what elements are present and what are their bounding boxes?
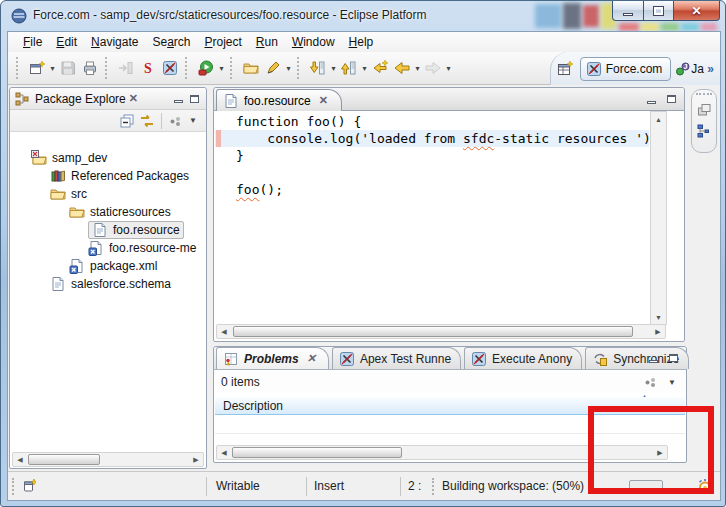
filters-button[interactable] [166,111,186,131]
code-editor[interactable]: function foo() { console.log('loaded fro… [215,111,649,325]
code-line-3[interactable]: } [215,147,649,164]
statusbar-drag-handle[interactable] [432,478,435,495]
new-wizard-icon [29,60,45,76]
next-annotation-button[interactable] [307,57,329,79]
run-button[interactable] [195,57,217,79]
editor-minimize-button[interactable] [643,92,659,106]
tree-item-src[interactable]: src [11,185,205,203]
scrollbar-thumb[interactable] [232,447,402,458]
forcecom-perspective-button[interactable]: Force.com [580,57,672,81]
scrollbar-thumb[interactable] [233,326,633,337]
next-annotation-dropdown-icon[interactable]: ▾ [329,64,338,73]
tree-item-referenced-packages[interactable]: Referenced Packages [11,167,205,185]
scroll-left-icon[interactable]: ◀ [13,453,27,466]
eclipse-logo-icon [11,8,27,24]
save-icon [60,60,76,76]
new-wizard-button[interactable] [26,57,48,79]
java-perspective-button[interactable]: J Ja [675,61,705,77]
scrollbar-thumb[interactable] [28,454,100,465]
close-button[interactable]: ✕ [674,1,720,21]
minimize-button[interactable] [612,1,644,21]
code-line-4[interactable] [215,164,649,181]
statusbar-drag-handle[interactable] [12,478,15,495]
menu-item-run[interactable]: Run [249,33,285,51]
restore-view-icon[interactable] [696,102,712,118]
back-dropdown-icon[interactable]: ▾ [413,64,422,73]
last-edit-location-button[interactable] [369,57,391,79]
open-resource-icon [243,60,259,76]
save-button[interactable] [57,57,79,79]
forward-button[interactable] [422,57,444,79]
desktop-blur-blob [681,23,699,31]
menu-item-project[interactable]: Project [197,33,248,51]
run-dropdown-icon[interactable]: ▾ [217,64,226,73]
tree-item-foo-resource[interactable]: foo.resource [11,221,205,239]
code-line-5[interactable]: foo(); [215,181,649,198]
menu-item-file[interactable]: File [16,33,49,51]
toolbar-overflow-chevron[interactable]: » [707,62,714,76]
scroll-down-icon[interactable]: ▼ [651,310,666,324]
scroll-up-icon[interactable]: ▲ [651,112,666,126]
menu-item-navigate[interactable]: Navigate [84,33,145,51]
package-explorer-maximize-button[interactable] [186,92,202,106]
scroll-left-icon[interactable]: ◀ [217,325,231,338]
fast-view-drag-handle[interactable] [696,93,712,97]
code-line-1[interactable]: function foo() { [215,113,649,130]
deploy-to-server-button[interactable]: S [137,57,159,79]
package-explorer-minimize-button[interactable] [170,92,186,106]
restore-button[interactable] [644,1,674,21]
fast-view-icon[interactable] [22,478,38,494]
editor-maximize-button[interactable] [663,92,679,106]
scroll-left-icon[interactable]: ◀ [217,446,231,459]
code-line-2[interactable]: console.log('loaded from sfdc-static res… [215,130,649,147]
menu-item-window[interactable]: Window [285,33,342,51]
force-ide-button[interactable] [159,57,181,79]
menu-item-help[interactable]: Help [342,33,381,51]
new-wizard-dropdown-icon[interactable]: ▾ [48,64,57,73]
link-with-editor-button[interactable] [137,111,157,131]
open-resource-button[interactable] [240,57,262,79]
print-button[interactable] [79,57,101,79]
editor-tab-foo-resource[interactable]: foo.resource ✕ [216,89,342,111]
problems-filters-button[interactable] [640,371,662,393]
bottom-minimize-button[interactable] [645,351,661,365]
tab-execute-anony[interactable]: Execute Anony [464,347,582,369]
forward-dropdown-icon[interactable]: ▾ [444,64,453,73]
editor-hscrollbar[interactable]: ◀ ▶ [216,324,666,339]
tree-item-samp-dev[interactable]: samp_dev [11,149,205,167]
sync-with-server-button[interactable] [115,57,137,79]
package-explorer-hscrollbar[interactable]: ◀ ▶ [12,452,204,467]
previous-annotation-button[interactable] [338,57,360,79]
menu-item-edit[interactable]: Edit [49,33,84,51]
tree-item-foo-resource-me[interactable]: foo.resource-me [11,239,205,257]
tree-item-package-xml[interactable]: package.xml [11,257,205,275]
tab-label: Execute Anony [492,352,572,366]
tab-close-icon[interactable]: ✕ [304,352,319,365]
editor-vscrollbar[interactable]: ▲ ▼ [650,111,667,325]
editor-tab-close-icon[interactable]: ✕ [316,94,331,107]
toolbar-drag-handle[interactable] [16,57,20,79]
window-title: Force.com - samp_dev/src/staticresources… [33,8,426,22]
tab-apex-test-runne[interactable]: Apex Test Runne [332,347,461,369]
tree-item-staticresources[interactable]: staticresources [11,203,205,221]
scroll-right-icon[interactable]: ▶ [189,453,203,466]
outline-view-icon[interactable] [696,123,712,139]
print-icon [82,60,98,76]
back-button[interactable] [391,57,413,79]
view-menu-button[interactable]: ▼ [186,111,200,131]
tree-item-salesforce-schema[interactable]: salesforce.schema [11,275,205,293]
fast-view-bar [691,89,717,153]
mark-occurrences-dropdown-icon[interactable]: ▾ [284,64,293,73]
open-perspective-button[interactable] [554,58,576,80]
force-ide-icon [162,60,178,76]
bottom-maximize-button[interactable] [665,351,681,365]
collapse-all-button[interactable] [117,111,137,131]
scroll-right-icon[interactable]: ▶ [651,325,665,338]
problems-view-menu-button[interactable]: ▼ [665,371,679,393]
package-explorer-close-icon[interactable]: ✕ [126,92,141,105]
mark-occurrences-button[interactable] [262,57,284,79]
previous-annotation-dropdown-icon[interactable]: ▾ [360,64,369,73]
tab-problems[interactable]: Problems✕ [216,347,329,369]
next-annotation-icon [310,60,326,76]
menu-item-search[interactable]: Search [145,33,197,51]
